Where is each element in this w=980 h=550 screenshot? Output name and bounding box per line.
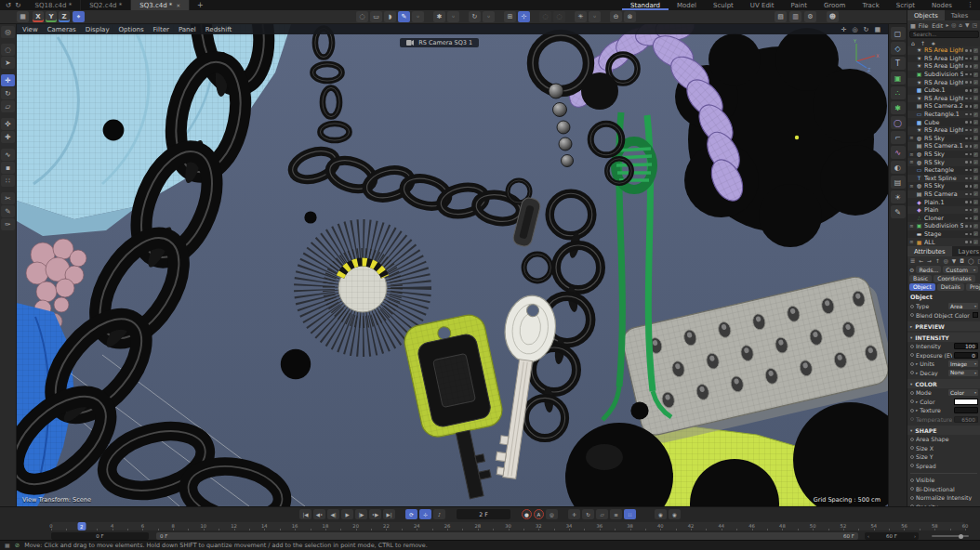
render-visibility-dot[interactable] xyxy=(970,138,973,140)
tool-point-square[interactable]: ▪ xyxy=(1,162,15,174)
viewport-menu-redshift[interactable]: Redshift xyxy=(205,26,232,33)
editor-visibility-dot[interactable] xyxy=(965,121,968,124)
edit-render-settings-button[interactable]: ⚙ xyxy=(804,11,816,22)
preset-dropdown[interactable]: Custom▾ xyxy=(943,266,978,273)
object-tag-icon[interactable]: ✓ xyxy=(973,168,978,173)
object-tag-icon[interactable]: ✓ xyxy=(973,136,978,140)
panel-menu-icon[interactable]: ▦ xyxy=(910,22,916,29)
filter-icon[interactable]: ▼ xyxy=(965,22,969,28)
tool-field-tool[interactable]: ✳ xyxy=(575,11,587,22)
axis-lock-z[interactable]: Z xyxy=(59,11,70,22)
keyframe-dot[interactable] xyxy=(910,371,914,374)
object-tag-icon[interactable]: ✓ xyxy=(973,152,978,157)
status-menu-icon[interactable] xyxy=(5,542,10,549)
filter-parameter-button[interactable]: ≡ xyxy=(610,509,622,519)
keyframe-dot[interactable] xyxy=(910,313,914,317)
timeline-range-bar[interactable]: 0 F 60 F xyxy=(156,532,858,540)
object-tag-icon[interactable]: ✓ xyxy=(973,191,978,196)
render-visibility-dot[interactable] xyxy=(970,58,973,60)
quantize-button[interactable]: ⊹ xyxy=(419,509,431,519)
object-row[interactable]: ◆Plain✓ xyxy=(907,206,980,215)
ghost-b-button[interactable]: ◉ xyxy=(669,509,681,519)
object-tag-icon[interactable]: ✓ xyxy=(973,216,978,220)
render-visibility-dot[interactable] xyxy=(970,145,973,148)
playhead[interactable]: 2 xyxy=(77,522,86,530)
editor-visibility-dot[interactable] xyxy=(965,73,968,76)
render-visibility-dot[interactable] xyxy=(970,177,973,180)
search-icon[interactable]: ◎ xyxy=(944,258,948,264)
layout-tab-script[interactable]: Script xyxy=(888,0,923,10)
expand-icon[interactable]: ⊞ xyxy=(909,224,914,229)
object-tag-icon[interactable]: ✓ xyxy=(973,231,978,236)
forward-icon[interactable]: → xyxy=(927,258,932,264)
tool-selection-pointer[interactable]: ➤ xyxy=(1,57,15,69)
tool-lasso-selection[interactable]: ◗ xyxy=(384,11,396,22)
object-tag-icon[interactable]: ✓ xyxy=(973,208,978,213)
object-row[interactable]: ⊞◍RS Sky✓ xyxy=(907,158,980,166)
timeline-zoom-slider[interactable] xyxy=(932,535,969,537)
render-to-picture-viewer-button[interactable]: ▥ xyxy=(789,11,801,22)
render-visibility-dot[interactable] xyxy=(970,49,973,52)
object-row[interactable]: ☀RS Area Light.2✓ xyxy=(907,78,980,86)
viewport[interactable]: ViewCamerasDisplayOptionsFilterPanelReds… xyxy=(17,24,888,506)
create-subdivision-surface[interactable]: ▣ xyxy=(891,72,906,85)
more-menu-icon[interactable]: ⋮ xyxy=(960,0,980,10)
render-visibility-dot[interactable] xyxy=(970,225,973,228)
tool-rotate[interactable]: ↻ xyxy=(1,87,15,99)
object-row[interactable]: ☀RS Area Light.3✓ xyxy=(907,62,980,71)
chevron-left-icon[interactable]: ‹ xyxy=(867,533,869,539)
filter-icon[interactable]: ▼ xyxy=(952,258,956,264)
close-tab-icon[interactable]: ✕ xyxy=(176,3,180,8)
color-swatch[interactable] xyxy=(954,399,978,405)
object-row[interactable]: ☀RS Area Light.5✓ xyxy=(907,46,980,55)
axis-modeling-icon[interactable]: ⌖ xyxy=(73,11,85,22)
editor-visibility-dot[interactable] xyxy=(965,49,968,52)
editor-visibility-dot[interactable] xyxy=(965,145,968,148)
panel-tab-takes[interactable]: Takes xyxy=(945,10,975,20)
record-active-button[interactable]: ● xyxy=(522,509,532,519)
keyframe-dot[interactable] xyxy=(910,417,914,421)
camera-rotate-icon[interactable]: ↻ xyxy=(864,26,869,33)
tool-live-selection[interactable]: ◌ xyxy=(1,44,15,56)
editor-visibility-dot[interactable] xyxy=(965,65,968,68)
viewport-menu-options[interactable]: Options xyxy=(119,26,144,33)
object-tag-icon[interactable]: ✓ xyxy=(973,88,978,93)
object-row[interactable]: ☀RS Area Light.4✓ xyxy=(907,55,980,63)
circle-icon[interactable]: ◯ xyxy=(968,258,974,264)
object-row[interactable]: ◆Plain.1✓ xyxy=(907,198,980,206)
expand-icon[interactable]: ⊞ xyxy=(909,136,914,140)
create-workplane-l[interactable]: ⌐ xyxy=(891,131,906,144)
attr-filter-basic[interactable]: Basic xyxy=(909,275,932,282)
object-tag-icon[interactable]: ✓ xyxy=(973,128,978,133)
editor-visibility-dot[interactable] xyxy=(965,138,968,140)
tool-guide-b[interactable]: ◌ xyxy=(553,11,565,22)
object-row[interactable]: ⊞▣Subdivision Surface✓ xyxy=(907,222,980,230)
editor-visibility-dot[interactable] xyxy=(965,177,968,180)
tool-close-tool[interactable]: ⊗ xyxy=(624,11,636,22)
tool-loop-tool[interactable]: ↻ xyxy=(469,11,481,22)
create-text-object[interactable]: T xyxy=(891,57,906,70)
tool-point-cluster[interactable]: ∷ xyxy=(1,175,15,187)
object-tag-icon[interactable]: ✓ xyxy=(973,48,978,53)
render-visibility-dot[interactable] xyxy=(970,105,973,108)
go-to-end-button[interactable]: ▶| xyxy=(383,509,395,519)
object-row[interactable]: ▬Stage✓ xyxy=(907,230,980,239)
editor-visibility-dot[interactable] xyxy=(965,225,968,228)
render-visibility-dot[interactable] xyxy=(970,121,973,124)
current-frame-field[interactable]: 2 F xyxy=(457,509,510,519)
attribute-value-field[interactable]: 0 xyxy=(954,352,978,359)
autokey-button[interactable]: A xyxy=(534,509,544,519)
attribute-value-field[interactable]: 100 xyxy=(954,343,978,349)
create-volume[interactable]: ◐ xyxy=(891,161,906,174)
object-tag-icon[interactable]: ✓ xyxy=(973,184,978,189)
object-row[interactable]: TText Spline✓ xyxy=(907,175,980,183)
panel-tab-layers[interactable]: Layers xyxy=(952,246,980,256)
render-visibility-dot[interactable] xyxy=(970,113,973,116)
slider-knob[interactable] xyxy=(959,534,963,539)
attribute-dropdown[interactable]: Color▾ xyxy=(948,389,978,396)
expand-icon[interactable]: ⊞ xyxy=(909,152,914,157)
viewport-menu-view[interactable]: View xyxy=(22,26,38,33)
object-row[interactable]: ▭Rectangle.1✓ xyxy=(907,111,980,119)
viewport-menu-filter[interactable]: Filter xyxy=(153,26,169,33)
render-visibility-dot[interactable] xyxy=(970,169,973,172)
